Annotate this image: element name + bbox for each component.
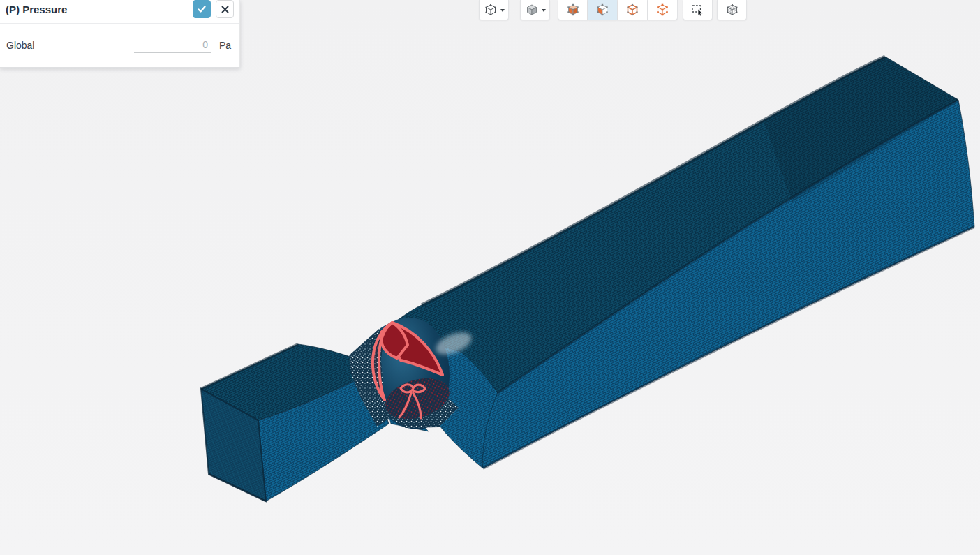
pressure-input-wrap: [134, 38, 211, 53]
mesh-cube-icon: [725, 3, 740, 18]
selection-filter-group: [558, 0, 678, 20]
face-cube-icon: [595, 3, 610, 18]
panel-header: (P) Pressure: [0, 0, 239, 24]
view-cube-dropdown-button[interactable]: [479, 0, 509, 20]
pressure-settings-panel: (P) Pressure Global Pa: [0, 0, 240, 68]
marquee-cursor-icon: [690, 3, 706, 18]
chevron-down-icon: [500, 9, 505, 12]
wireframe-cube-icon: [483, 3, 498, 18]
edge-cube-icon: [625, 3, 640, 18]
render-mode-dropdown-button[interactable]: [520, 0, 550, 20]
mesh-model-scene: [0, 0, 980, 555]
panel-body: Global Pa: [0, 24, 239, 67]
volume-cube-icon: [565, 3, 581, 18]
select-faces-button[interactable]: [588, 0, 618, 20]
cancel-button[interactable]: [216, 0, 234, 18]
view-toolbar: [479, 0, 747, 20]
box-select-button[interactable]: [683, 0, 713, 20]
pressure-unit-label: Pa: [219, 40, 233, 51]
pressure-value-input[interactable]: [134, 38, 211, 52]
global-field-label: Global: [6, 40, 134, 51]
close-icon: [221, 6, 229, 13]
shaded-cube-icon: [524, 3, 540, 18]
apply-button[interactable]: [193, 0, 211, 18]
page-title: (P) Pressure: [6, 0, 193, 20]
viewport-3d[interactable]: [0, 0, 980, 555]
select-nodes-button[interactable]: [648, 0, 678, 20]
select-edges-button[interactable]: [618, 0, 648, 20]
mesh-display-button[interactable]: [717, 0, 747, 20]
node-cube-icon: [655, 3, 670, 18]
check-icon: [197, 4, 207, 14]
chevron-down-icon: [542, 9, 546, 12]
select-volumes-button[interactable]: [558, 0, 588, 20]
